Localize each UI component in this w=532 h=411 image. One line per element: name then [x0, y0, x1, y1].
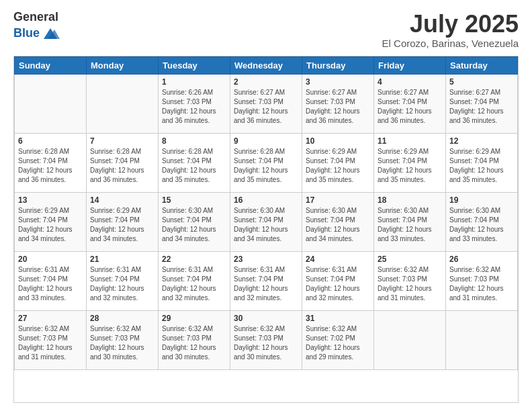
calendar-cell: 28Sunrise: 6:32 AM Sunset: 7:03 PM Dayli… [87, 310, 159, 369]
day-info: Sunrise: 6:31 AM Sunset: 7:04 PM Dayligh… [306, 265, 370, 303]
day-info: Sunrise: 6:30 AM Sunset: 7:04 PM Dayligh… [234, 206, 298, 244]
week-row-5: 27Sunrise: 6:32 AM Sunset: 7:03 PM Dayli… [15, 310, 518, 369]
day-info: Sunrise: 6:29 AM Sunset: 7:04 PM Dayligh… [306, 147, 370, 185]
calendar-cell: 31Sunrise: 6:32 AM Sunset: 7:02 PM Dayli… [302, 310, 374, 369]
day-number: 22 [162, 255, 226, 264]
calendar-cell: 17Sunrise: 6:30 AM Sunset: 7:04 PM Dayli… [302, 192, 374, 251]
calendar-cell: 15Sunrise: 6:30 AM Sunset: 7:04 PM Dayli… [159, 192, 230, 251]
logo-text: General Blue [13, 11, 60, 43]
day-number: 31 [306, 314, 370, 323]
day-number: 12 [449, 136, 514, 146]
calendar-cell: 23Sunrise: 6:31 AM Sunset: 7:04 PM Dayli… [230, 251, 302, 310]
day-number: 7 [90, 136, 154, 146]
day-info: Sunrise: 6:32 AM Sunset: 7:03 PM Dayligh… [378, 265, 442, 303]
week-row-3: 13Sunrise: 6:29 AM Sunset: 7:04 PM Dayli… [15, 192, 518, 251]
logo-general: General [13, 11, 60, 24]
day-number: 16 [234, 195, 298, 205]
calendar-header: SundayMondayTuesdayWednesdayThursdayFrid… [15, 56, 518, 74]
calendar-cell [446, 310, 518, 369]
day-number: 8 [162, 136, 226, 146]
calendar-cell: 18Sunrise: 6:30 AM Sunset: 7:04 PM Dayli… [374, 192, 446, 251]
calendar-body: 1Sunrise: 6:26 AM Sunset: 7:03 PM Daylig… [15, 74, 518, 369]
header-cell-friday: Friday [374, 56, 446, 74]
calendar-cell: 16Sunrise: 6:30 AM Sunset: 7:04 PM Dayli… [230, 192, 302, 251]
day-number: 11 [378, 136, 442, 146]
week-row-2: 6Sunrise: 6:28 AM Sunset: 7:04 PM Daylig… [15, 133, 518, 192]
calendar-cell: 12Sunrise: 6:29 AM Sunset: 7:04 PM Dayli… [446, 133, 518, 192]
logo-area: General Blue [13, 11, 60, 43]
day-info: Sunrise: 6:30 AM Sunset: 7:04 PM Dayligh… [306, 206, 370, 244]
calendar-cell: 19Sunrise: 6:30 AM Sunset: 7:04 PM Dayli… [446, 192, 518, 251]
calendar-cell: 30Sunrise: 6:32 AM Sunset: 7:03 PM Dayli… [230, 310, 302, 369]
calendar-cell: 25Sunrise: 6:32 AM Sunset: 7:03 PM Dayli… [374, 251, 446, 310]
day-number: 26 [449, 255, 514, 264]
header-cell-wednesday: Wednesday [230, 56, 302, 74]
day-info: Sunrise: 6:26 AM Sunset: 7:03 PM Dayligh… [162, 88, 226, 126]
day-info: Sunrise: 6:27 AM Sunset: 7:03 PM Dayligh… [234, 88, 298, 126]
day-number: 4 [378, 77, 442, 87]
day-info: Sunrise: 6:28 AM Sunset: 7:04 PM Dayligh… [234, 147, 298, 185]
day-number: 3 [306, 77, 370, 87]
day-number: 13 [18, 195, 83, 205]
calendar-cell: 3Sunrise: 6:27 AM Sunset: 7:03 PM Daylig… [302, 74, 374, 133]
header-row: SundayMondayTuesdayWednesdayThursdayFrid… [15, 56, 518, 74]
calendar-cell: 7Sunrise: 6:28 AM Sunset: 7:04 PM Daylig… [87, 133, 159, 192]
title-area: July 2025 El Corozo, Barinas, Venezuela [382, 11, 519, 49]
calendar-cell: 11Sunrise: 6:29 AM Sunset: 7:04 PM Dayli… [374, 133, 446, 192]
day-number: 6 [18, 136, 83, 146]
header-cell-monday: Monday [87, 56, 159, 74]
calendar-cell: 10Sunrise: 6:29 AM Sunset: 7:04 PM Dayli… [302, 133, 374, 192]
day-info: Sunrise: 6:32 AM Sunset: 7:03 PM Dayligh… [162, 324, 226, 362]
day-info: Sunrise: 6:29 AM Sunset: 7:04 PM Dayligh… [90, 206, 154, 244]
calendar-cell [87, 74, 159, 133]
calendar-cell: 22Sunrise: 6:31 AM Sunset: 7:04 PM Dayli… [159, 251, 230, 310]
day-info: Sunrise: 6:32 AM Sunset: 7:03 PM Dayligh… [90, 324, 154, 362]
day-number: 2 [234, 77, 298, 87]
day-number: 21 [90, 255, 154, 264]
calendar-cell: 8Sunrise: 6:28 AM Sunset: 7:04 PM Daylig… [159, 133, 230, 192]
day-number: 1 [162, 77, 226, 87]
calendar-cell: 4Sunrise: 6:27 AM Sunset: 7:04 PM Daylig… [374, 74, 446, 133]
day-info: Sunrise: 6:27 AM Sunset: 7:04 PM Dayligh… [449, 88, 514, 126]
day-number: 15 [162, 195, 226, 205]
calendar-cell: 2Sunrise: 6:27 AM Sunset: 7:03 PM Daylig… [230, 74, 302, 133]
day-number: 9 [234, 136, 298, 146]
day-number: 23 [234, 255, 298, 264]
logo-blue: Blue [13, 27, 40, 40]
day-info: Sunrise: 6:31 AM Sunset: 7:04 PM Dayligh… [18, 265, 83, 303]
day-number: 25 [378, 255, 442, 264]
day-number: 20 [18, 255, 83, 264]
page: General Blue July 2025 El Corozo, Barina… [0, 0, 532, 411]
day-number: 17 [306, 195, 370, 205]
calendar-cell: 13Sunrise: 6:29 AM Sunset: 7:04 PM Dayli… [15, 192, 87, 251]
header-cell-tuesday: Tuesday [159, 56, 230, 74]
calendar-cell: 5Sunrise: 6:27 AM Sunset: 7:04 PM Daylig… [446, 74, 518, 133]
day-number: 27 [18, 314, 83, 323]
day-number: 28 [90, 314, 154, 323]
month-title: July 2025 [382, 11, 519, 38]
calendar: SundayMondayTuesdayWednesdayThursdayFrid… [13, 56, 519, 403]
day-info: Sunrise: 6:32 AM Sunset: 7:03 PM Dayligh… [234, 324, 298, 362]
day-info: Sunrise: 6:30 AM Sunset: 7:04 PM Dayligh… [162, 206, 226, 244]
day-number: 30 [234, 314, 298, 323]
calendar-cell: 9Sunrise: 6:28 AM Sunset: 7:04 PM Daylig… [230, 133, 302, 192]
header-cell-thursday: Thursday [302, 56, 374, 74]
header-cell-saturday: Saturday [446, 56, 518, 74]
day-info: Sunrise: 6:28 AM Sunset: 7:04 PM Dayligh… [18, 147, 83, 185]
day-number: 24 [306, 255, 370, 264]
day-info: Sunrise: 6:32 AM Sunset: 7:03 PM Dayligh… [449, 265, 514, 303]
day-info: Sunrise: 6:32 AM Sunset: 7:02 PM Dayligh… [306, 324, 370, 362]
day-number: 5 [449, 77, 514, 87]
location: El Corozo, Barinas, Venezuela [382, 38, 519, 49]
day-info: Sunrise: 6:27 AM Sunset: 7:03 PM Dayligh… [306, 88, 370, 126]
day-info: Sunrise: 6:28 AM Sunset: 7:04 PM Dayligh… [162, 147, 226, 185]
calendar-cell: 27Sunrise: 6:32 AM Sunset: 7:03 PM Dayli… [15, 310, 87, 369]
calendar-cell [15, 74, 87, 133]
calendar-cell: 20Sunrise: 6:31 AM Sunset: 7:04 PM Dayli… [15, 251, 87, 310]
day-info: Sunrise: 6:30 AM Sunset: 7:04 PM Dayligh… [378, 206, 442, 244]
day-info: Sunrise: 6:31 AM Sunset: 7:04 PM Dayligh… [234, 265, 298, 303]
day-number: 10 [306, 136, 370, 146]
day-number: 18 [378, 195, 442, 205]
day-number: 19 [449, 195, 514, 205]
calendar-cell: 1Sunrise: 6:26 AM Sunset: 7:03 PM Daylig… [159, 74, 230, 133]
